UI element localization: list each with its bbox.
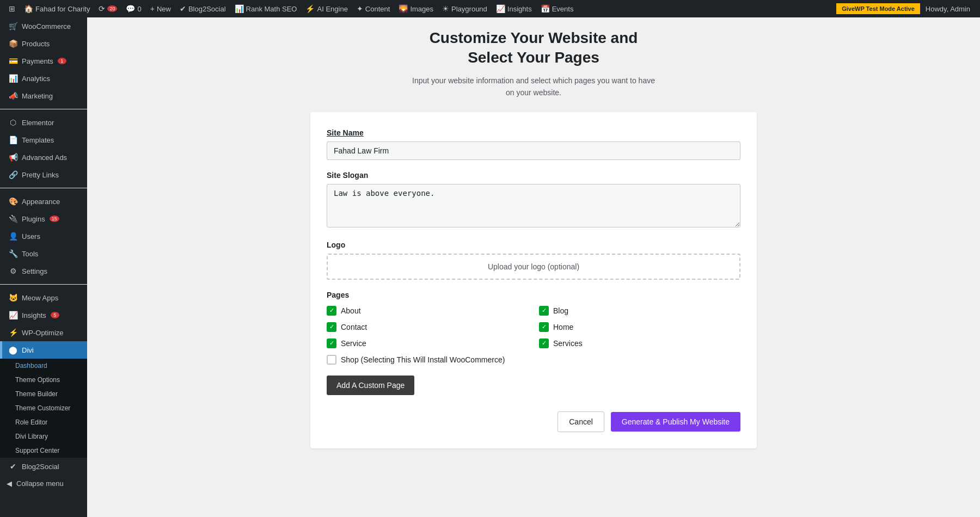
plugins-icon: 🔌 [9, 214, 17, 223]
sidebar-item-payments[interactable]: 💳 Payments 1 [0, 52, 87, 70]
marketing-icon: 📣 [9, 91, 17, 100]
playground[interactable]: ☀ Playground [438, 0, 492, 17]
site-slogan-label: Site Slogan [327, 171, 740, 180]
pages-section: Pages ✓ About ✓ Blog ✓ Contact [327, 291, 740, 365]
givewp-badge[interactable]: GiveWP Test Mode Active [836, 3, 920, 14]
site-name-input[interactable] [327, 141, 740, 160]
wp-logo[interactable]: ⊞ [4, 0, 20, 17]
appearance-icon: 🎨 [9, 197, 17, 206]
howdy-label[interactable]: Howdy, Admin [920, 5, 976, 13]
page-subtitle: Input your website information and selec… [310, 75, 757, 99]
topbar-right: GiveWP Test Mode Active Howdy, Admin [836, 3, 976, 14]
check-home: ✓ [539, 322, 549, 332]
comments[interactable]: 💬 0 [121, 0, 145, 17]
events[interactable]: 📅 Events [536, 0, 578, 17]
sidebar-sub-theme-options[interactable]: Theme Options [0, 373, 87, 387]
content-icon: ✦ [357, 4, 363, 13]
sidebar-item-appearance[interactable]: 🎨 Appearance [0, 193, 87, 210]
wp-optimize-icon: ⚡ [9, 328, 17, 337]
blog2social-top[interactable]: ✔ Blog2Social [175, 0, 230, 17]
content[interactable]: ✦ Content [352, 0, 395, 17]
divi-submenu: Dashboard Theme Options Theme Builder Th… [0, 359, 87, 458]
updates[interactable]: ⟳ 20 [94, 0, 121, 17]
pages-label: Pages [327, 291, 740, 299]
logo-upload-button[interactable]: Upload your logo (optional) [327, 254, 740, 280]
page-contact[interactable]: ✓ Contact [327, 322, 528, 332]
pages-grid: ✓ About ✓ Blog ✓ Contact ✓ [327, 306, 740, 365]
sidebar-item-products[interactable]: 📦 Products [0, 35, 87, 52]
check-services: ✓ [539, 338, 549, 348]
elementor-icon: ⬡ [9, 118, 17, 127]
publish-button[interactable]: Generate & Publish My Website [611, 412, 740, 432]
form-actions: Cancel Generate & Publish My Website [327, 411, 740, 432]
page-home[interactable]: ✓ Home [539, 322, 740, 332]
page-about[interactable]: ✓ About [327, 306, 528, 316]
analytics-icon: 📊 [9, 74, 17, 83]
sidebar-sub-theme-customizer[interactable]: Theme Customizer [0, 401, 87, 415]
rankmath-icon: 📊 [235, 4, 244, 13]
page-services[interactable]: ✓ Services [539, 338, 740, 348]
form-card: Site Name Site Slogan Law is above every… [310, 112, 757, 448]
rank-math-seo[interactable]: 📊 Rank Math SEO [230, 0, 302, 17]
sidebar-item-marketing[interactable]: 📣 Marketing [0, 87, 87, 104]
page-service[interactable]: ✓ Service [327, 338, 528, 348]
advanced-ads-icon: 📢 [9, 153, 17, 162]
blog2social-icon: ✔ [180, 4, 186, 13]
insights-sidebar-icon: 📈 [9, 311, 17, 319]
main-layout: 🛒 WooCommerce 📦 Products 💳 Payments 1 📊 … [0, 17, 980, 517]
check-service: ✓ [327, 338, 336, 348]
sidebar-item-elementor[interactable]: ⬡ Elementor [0, 114, 87, 131]
check-shop [327, 355, 336, 365]
divi-icon: ⬤ [9, 346, 17, 354]
collapse-menu[interactable]: ◀ Collapse menu [0, 475, 87, 492]
site-slogan-textarea[interactable]: Law is above everyone. [327, 184, 740, 227]
ai-icon: ⚡ [305, 4, 315, 13]
add-custom-page-button[interactable]: Add A Custom Page [327, 376, 414, 395]
sidebar-item-pretty-links[interactable]: 🔗 Pretty Links [0, 166, 87, 183]
woocommerce-icon: 🛒 [9, 22, 17, 30]
sidebar-sub-dashboard[interactable]: Dashboard [0, 359, 87, 373]
wordpress-icon: ⊞ [9, 4, 15, 13]
page-wrapper: Customize Your Website andSelect Your Pa… [310, 28, 757, 506]
sidebar-item-divi[interactable]: ⬤ Divi [0, 341, 87, 359]
sidebar-item-analytics[interactable]: 📊 Analytics [0, 70, 87, 87]
sidebar-item-meow-apps[interactable]: 🐱 Meow Apps [0, 289, 87, 306]
tools-icon: 🔧 [9, 249, 17, 258]
logo-group: Logo Upload your logo (optional) [327, 241, 740, 280]
new-button[interactable]: + New [146, 0, 175, 17]
sidebar-sub-divi-library[interactable]: Divi Library [0, 429, 87, 444]
check-about: ✓ [327, 306, 336, 316]
sidebar-item-wp-optimize[interactable]: ⚡ WP-Optimize [0, 324, 87, 341]
settings-icon: ⚙ [9, 267, 17, 275]
sidebar-sub-role-editor[interactable]: Role Editor [0, 415, 87, 429]
site-name-label: Site Name [327, 128, 740, 137]
sidebar-item-templates[interactable]: 📄 Templates [0, 131, 87, 149]
sidebar-item-blog2social[interactable]: ✔ Blog2Social [0, 458, 87, 475]
plus-icon: + [150, 4, 155, 13]
check-blog: ✓ [539, 306, 549, 316]
sidebar-item-users[interactable]: 👤 Users [0, 227, 87, 245]
sidebar-item-settings[interactable]: ⚙ Settings [0, 262, 87, 280]
sidebar-sub-theme-builder[interactable]: Theme Builder [0, 387, 87, 401]
updates-icon: ⟳ [99, 4, 105, 13]
images-icon: 🌄 [399, 4, 408, 13]
ai-engine[interactable]: ⚡ AI Engine [301, 0, 352, 17]
insights-top[interactable]: 📈 Insights [492, 0, 536, 17]
topbar: ⊞ 🏠 Fahad for Charity ⟳ 20 💬 0 + New ✔ B… [0, 0, 980, 17]
sidebar-item-tools[interactable]: 🔧 Tools [0, 245, 87, 262]
events-icon: 📅 [541, 4, 550, 13]
payments-icon: 💳 [9, 57, 17, 65]
site-name[interactable]: 🏠 Fahad for Charity [20, 0, 94, 17]
sidebar-item-advanced-ads[interactable]: 📢 Advanced Ads [0, 149, 87, 166]
sidebar: 🛒 WooCommerce 📦 Products 💳 Payments 1 📊 … [0, 17, 87, 517]
home-icon: 🏠 [24, 4, 33, 13]
sidebar-item-plugins[interactable]: 🔌 Plugins 15 [0, 210, 87, 227]
cancel-button[interactable]: Cancel [558, 411, 604, 432]
page-blog[interactable]: ✓ Blog [539, 306, 740, 316]
sidebar-item-insights[interactable]: 📈 Insights 5 [0, 306, 87, 324]
sidebar-sub-support-center[interactable]: Support Center [0, 444, 87, 458]
sidebar-item-woocommerce[interactable]: 🛒 WooCommerce [0, 17, 87, 35]
images[interactable]: 🌄 Images [394, 0, 438, 17]
meow-apps-icon: 🐱 [9, 293, 17, 302]
page-shop[interactable]: Shop (Selecting This Will Install WooCom… [327, 355, 740, 365]
